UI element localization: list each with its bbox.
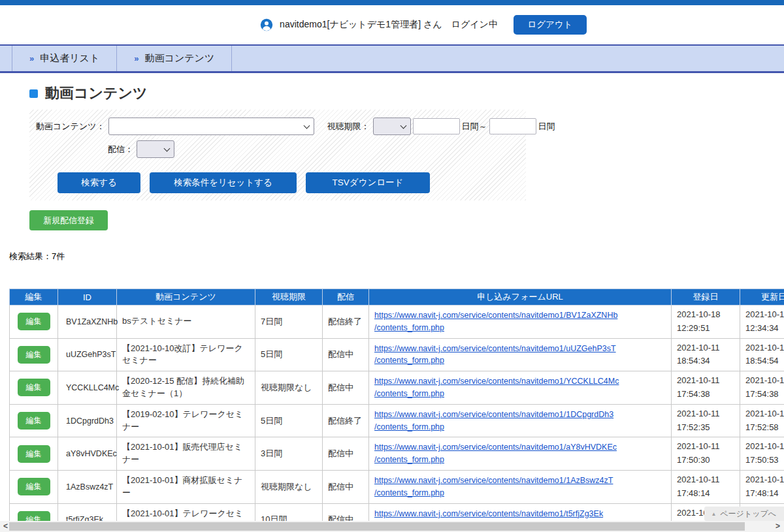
updated-date: 2021-10-11 xyxy=(745,440,784,454)
form-url-cell: https://www.navit-j.com/service/contents… xyxy=(369,470,672,503)
registered-date: 2021-10-11 xyxy=(677,440,734,454)
registered-date: 2021-10-11 xyxy=(677,341,734,355)
content-name-cell: 【2021-10-01】商材拡販セミナー xyxy=(117,470,255,503)
registered-time: 17:50:30 xyxy=(677,454,734,467)
form-url-line2: /contents_form.php xyxy=(374,421,666,433)
days-to-suffix: 日間 xyxy=(538,121,555,133)
scroll-right-arrow-icon[interactable]: > xyxy=(776,522,780,531)
updated-date-cell: 2021-10-11 17:50:53 xyxy=(740,437,784,471)
form-url-line2: /contents_form.php xyxy=(374,388,666,400)
col-header-id: ID xyxy=(58,289,117,305)
user-icon xyxy=(260,18,273,31)
period-from-input[interactable] xyxy=(413,118,460,134)
col-header-edit: 編集 xyxy=(10,289,58,305)
period-to-input[interactable] xyxy=(489,118,536,134)
scrollbar-thumb[interactable] xyxy=(9,522,745,531)
table-row: 編集 YCCKLLC4Mc 【2020-12-15 配信】持続化補助金セミナー（… xyxy=(10,371,784,405)
content-id-cell: 1DCpgrdDh3 xyxy=(58,404,117,437)
delivery-label: 配信： xyxy=(108,144,133,155)
registered-date-cell: 2021-10-11 17:50:30 xyxy=(672,437,740,471)
view-period-cell: 3日間 xyxy=(255,437,323,471)
view-period-select[interactable] xyxy=(373,117,411,135)
page-top-link[interactable]: ▲ ページトップへ xyxy=(704,507,784,521)
nav-item-label: 動画コンテンツ xyxy=(145,52,215,65)
registered-date-cell: 2021-10-11 18:54:34 xyxy=(672,338,740,371)
col-header-form-url: 申し込みフォームURL xyxy=(369,289,672,305)
delivery-status-cell: 配信中 xyxy=(323,437,369,471)
form-url-line1: https://www.navit-j.com/service/contents… xyxy=(374,508,666,520)
nav-item-applicant-list[interactable]: » 申込者リスト xyxy=(12,46,116,71)
horizontal-scrollbar[interactable]: < > xyxy=(0,521,784,532)
registered-date: 2021-10-11 xyxy=(677,407,734,421)
view-period-cell: 7日間 xyxy=(255,305,323,339)
registered-date-cell: 2021-10-11 17:48:14 xyxy=(672,470,740,503)
reset-search-button[interactable]: 検索条件をリセットする xyxy=(150,172,297,193)
nav-item-label: 申込者リスト xyxy=(40,52,99,65)
table-header: 編集 ID 動画コンテンツ 視聴期限 配信 申し込みフォームURL 登録日 更新… xyxy=(10,289,784,305)
col-header-content: 動画コンテンツ xyxy=(117,289,255,305)
edit-cell: 編集 xyxy=(10,338,58,371)
registered-date-cell: 2021-10-11 17:54:38 xyxy=(672,371,740,405)
registered-date: 2021-10-11 xyxy=(677,473,734,487)
updated-time: 17:52:58 xyxy=(745,421,784,435)
col-header-updated: 更新日 xyxy=(740,289,784,305)
table-row: 編集 BV1ZaXZNHb bsテストセミナー 7日間 配信終了 https:/… xyxy=(10,305,784,339)
content-id-cell: aY8vHVDKEc xyxy=(58,437,117,471)
search-form-buttons: 検索する 検索条件をリセットする TSVダウンロード xyxy=(57,172,526,196)
updated-time: 17:48:14 xyxy=(745,487,784,501)
edit-button[interactable]: 編集 xyxy=(18,313,50,330)
chevron-right-icon: » xyxy=(29,54,34,63)
col-header-period: 視聴期限 xyxy=(255,289,323,305)
form-url-link[interactable]: https://www.navit-j.com/service/contents… xyxy=(374,441,666,466)
result-count: 検索結果：7件 xyxy=(9,251,784,262)
updated-time: 12:34:34 xyxy=(745,322,784,336)
chevron-right-icon: » xyxy=(134,54,139,63)
form-url-link[interactable]: https://www.navit-j.com/service/contents… xyxy=(374,475,666,499)
registered-date: 2021-10-11 xyxy=(677,374,734,388)
edit-button[interactable]: 編集 xyxy=(18,379,50,396)
form-url-link[interactable]: https://www.navit-j.com/service/contents… xyxy=(374,409,666,433)
search-button[interactable]: 検索する xyxy=(57,172,140,193)
form-url-cell: https://www.navit-j.com/service/contents… xyxy=(369,338,672,371)
form-url-line1: https://www.navit-j.com/service/contents… xyxy=(374,441,666,454)
search-form-row-2: 配信： xyxy=(29,140,526,158)
video-content-label: 動画コンテンツ： xyxy=(36,121,105,133)
table-row: 編集 1DCpgrdDh3 【2019-02-10】テレワークセミナー 5日間 … xyxy=(10,404,784,437)
col-header-registered: 登録日 xyxy=(672,289,740,305)
registered-date-cell: 2021-10-18 12:29:51 xyxy=(672,305,740,339)
content-id-cell: 1AzBswz4zT xyxy=(58,470,117,503)
edit-button[interactable]: 編集 xyxy=(18,445,50,463)
edit-button[interactable]: 編集 xyxy=(18,478,50,495)
updated-date: 2021-10-11 xyxy=(745,407,784,421)
edit-cell: 編集 xyxy=(10,404,58,437)
view-period-cell: 5日間 xyxy=(255,404,323,437)
logout-button[interactable]: ログアウト xyxy=(514,15,587,35)
edit-button[interactable]: 編集 xyxy=(18,346,50,364)
form-url-line2: /contents_form.php xyxy=(374,354,666,367)
header-login-area: navitdemo1[ナビットデモ1管理者] さん ログイン中 ログアウト xyxy=(260,15,587,35)
new-delivery-button[interactable]: 新規配信登録 xyxy=(29,210,108,230)
search-form: 動画コンテンツ： 視聴期限： 日間～ 日間 xyxy=(29,110,526,200)
registered-time: 12:29:51 xyxy=(677,322,734,336)
registered-time: 17:48:14 xyxy=(677,487,734,501)
header: navitdemo1[ナビットデモ1管理者] さん ログイン中 ログアウト xyxy=(0,5,784,44)
view-period-cell: 視聴期限なし xyxy=(255,470,323,503)
form-url-link[interactable]: https://www.navit-j.com/service/contents… xyxy=(374,375,666,400)
tsv-download-button[interactable]: TSVダウンロード xyxy=(306,172,430,193)
updated-date-cell: 2021-10-11 17:54:38 xyxy=(740,371,784,405)
content-name-cell: 【2021-10-01】販売代理店セミナー xyxy=(117,437,255,471)
scroll-left-arrow-icon[interactable]: < xyxy=(3,522,8,531)
form-url-link[interactable]: https://www.navit-j.com/service/contents… xyxy=(374,343,666,368)
registered-time: 18:54:34 xyxy=(677,354,734,368)
table-row: 編集 uUZGehP3sT 【2021-10-10改訂】テレワークセミナー 5日… xyxy=(10,338,784,371)
form-url-link[interactable]: https://www.navit-j.com/service/contents… xyxy=(374,309,666,334)
video-content-select[interactable] xyxy=(108,117,314,135)
updated-date: 2021-10-11 xyxy=(745,374,784,388)
updated-date-cell: 2021-10-11 17:52:58 xyxy=(740,404,784,437)
delivery-select[interactable] xyxy=(137,140,174,158)
nav-item-video-contents[interactable]: » 動画コンテンツ xyxy=(116,46,232,71)
edit-button[interactable]: 編集 xyxy=(18,412,50,430)
content-name-cell: 【2020-12-15 配信】持続化補助金セミナー（1） xyxy=(117,371,255,405)
updated-time: 17:50:53 xyxy=(745,454,784,467)
updated-date: 2021-10-11 xyxy=(745,473,784,487)
